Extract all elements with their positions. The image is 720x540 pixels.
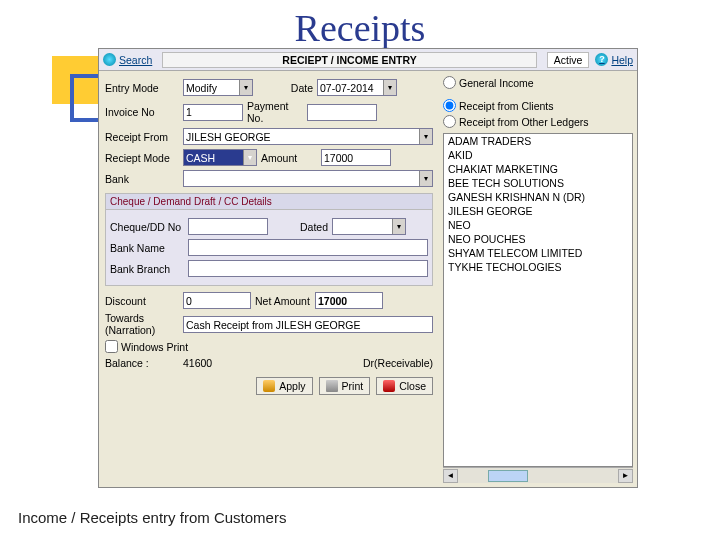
clients-listbox[interactable]: ADAM TRADERSAKIDCHAKIAT MARKETINGBEE TEC… [443, 133, 633, 467]
close-button[interactable]: Close [376, 377, 433, 395]
topbar: Search RECIEPT / INCOME ENTRY Active ? H… [99, 49, 637, 71]
print-icon [326, 380, 338, 392]
chevron-down-icon: ▾ [419, 171, 432, 186]
net-amount-input[interactable] [315, 292, 383, 309]
radio-receipt-other[interactable]: Receipt from Other Ledgers [443, 115, 589, 128]
radio-general-input[interactable] [443, 76, 456, 89]
bank-select[interactable]: ▾ [183, 170, 433, 187]
chevron-down-icon: ▾ [419, 129, 432, 144]
window-title: RECIEPT / INCOME ENTRY [162, 52, 537, 68]
list-item[interactable]: SHYAM TELECOM LIMITED [444, 246, 632, 260]
search-link[interactable]: Search [103, 53, 152, 66]
towards-input[interactable] [183, 316, 433, 333]
receipt-mode-label: Reciept Mode [105, 152, 179, 164]
button-row: Apply Print Close [105, 377, 433, 395]
receipt-entry-window: Search RECIEPT / INCOME ENTRY Active ? H… [98, 48, 638, 488]
windows-print-check[interactable]: Windows Print [105, 340, 188, 353]
radio-general-income[interactable]: General Income [443, 76, 534, 89]
date-field[interactable]: 07-07-2014 ▾ [317, 79, 397, 96]
radio-clients-label: Receipt from Clients [459, 100, 554, 112]
radio-receipt-clients[interactable]: Receipt from Clients [443, 99, 554, 112]
slide-caption: Income / Receipts entry from Customers [18, 509, 286, 526]
amount-input[interactable] [321, 149, 391, 166]
list-item[interactable]: GANESH KRISHNAN N (DR) [444, 190, 632, 204]
status-badge: Active [547, 52, 590, 68]
cheque-section: Cheque/DD No Dated ▾ Bank Name Bank Bran… [105, 210, 433, 286]
discount-label: Discount [105, 295, 179, 307]
close-icon [383, 380, 395, 392]
amount-label: Amount [261, 152, 317, 164]
entry-mode-label: Entry Mode [105, 82, 179, 94]
list-item[interactable]: NEO POUCHES [444, 232, 632, 246]
search-icon [103, 53, 116, 66]
bank-label: Bank [105, 173, 179, 185]
radio-other-label: Receipt from Other Ledgers [459, 116, 589, 128]
help-link[interactable]: ? Help [595, 53, 633, 66]
receipt-from-label: Receipt From [105, 131, 179, 143]
date-value: 07-07-2014 [320, 82, 374, 94]
bank-name-label: Bank Name [110, 242, 184, 254]
list-item[interactable]: JILESH GEORGE [444, 204, 632, 218]
chevron-down-icon: ▾ [383, 80, 396, 95]
form-column: Entry Mode Modify ▾ Date 07-07-2014 ▾ In… [99, 71, 439, 487]
close-label: Close [399, 380, 426, 392]
list-item[interactable]: AKID [444, 148, 632, 162]
right-column: General Income Receipt from Clients Rece… [439, 71, 637, 487]
entry-mode-value: Modify [186, 82, 217, 94]
income-type-radios: General Income Receipt from Clients [443, 74, 633, 115]
entry-mode-select[interactable]: Modify ▾ [183, 79, 253, 96]
receipt-mode-value: CASH [186, 152, 215, 164]
payment-no-label: Payment No. [247, 100, 303, 124]
cheque-dated-label: Dated [272, 221, 328, 233]
print-button[interactable]: Print [319, 377, 371, 395]
scroll-right-arrow[interactable]: ► [618, 469, 633, 483]
scroll-thumb[interactable] [488, 470, 528, 482]
apply-button[interactable]: Apply [256, 377, 312, 395]
net-amount-label: Net Amount [255, 295, 311, 307]
cheque-dated-field[interactable]: ▾ [332, 218, 406, 235]
receipt-mode-select[interactable]: CASH ▾ [183, 149, 257, 166]
balance-label: Balance : [105, 357, 179, 369]
payment-no-input[interactable] [307, 104, 377, 121]
horizontal-scrollbar[interactable]: ◄ ► [443, 467, 633, 483]
cheque-no-input[interactable] [188, 218, 268, 235]
apply-icon [263, 380, 275, 392]
bank-branch-label: Bank Branch [110, 263, 184, 275]
print-label: Print [342, 380, 364, 392]
body-area: Entry Mode Modify ▾ Date 07-07-2014 ▾ In… [99, 71, 637, 487]
list-item[interactable]: CHAKIAT MARKETING [444, 162, 632, 176]
date-label: Date [257, 82, 313, 94]
scroll-left-arrow[interactable]: ◄ [443, 469, 458, 483]
chevron-down-icon: ▾ [239, 80, 252, 95]
radio-other-input[interactable] [443, 115, 456, 128]
cheque-section-header: Cheque / Demand Draft / CC Details [105, 193, 433, 210]
windows-print-checkbox[interactable] [105, 340, 118, 353]
slide-title: Receipts [0, 6, 720, 50]
chevron-down-icon: ▾ [392, 219, 405, 234]
radio-clients-input[interactable] [443, 99, 456, 112]
help-label: Help [611, 54, 633, 66]
receipt-from-value: JILESH GEORGE [186, 131, 271, 143]
list-item[interactable]: BEE TECH SOLUTIONS [444, 176, 632, 190]
drcr-indicator: Dr(Receivable) [363, 357, 433, 369]
balance-value: 41600 [183, 357, 212, 369]
bank-branch-input[interactable] [188, 260, 428, 277]
chevron-down-icon: ▾ [243, 150, 256, 165]
cheque-no-label: Cheque/DD No [110, 221, 184, 233]
totals-area: Discount Net Amount Towards (Narration) … [105, 292, 433, 369]
invoice-no-input[interactable] [183, 104, 243, 121]
windows-print-label: Windows Print [121, 341, 188, 353]
receipt-from-select[interactable]: JILESH GEORGE ▾ [183, 128, 433, 145]
list-item[interactable]: NEO [444, 218, 632, 232]
invoice-no-label: Invoice No [105, 106, 179, 118]
discount-input[interactable] [183, 292, 251, 309]
radio-general-label: General Income [459, 77, 534, 89]
towards-label: Towards (Narration) [105, 313, 179, 336]
bank-name-input[interactable] [188, 239, 428, 256]
apply-label: Apply [279, 380, 305, 392]
search-label: Search [119, 54, 152, 66]
help-icon: ? [595, 53, 608, 66]
list-item[interactable]: ADAM TRADERS [444, 134, 632, 148]
list-item[interactable]: TYKHE TECHOLOGIES [444, 260, 632, 274]
